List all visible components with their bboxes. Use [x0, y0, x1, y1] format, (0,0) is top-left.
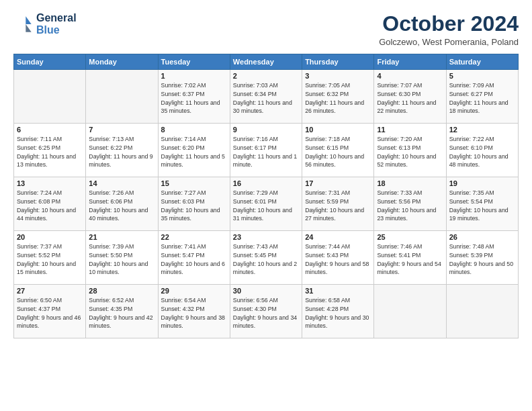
day-number: 23 [233, 233, 299, 241]
weekday-header-row: SundayMondayTuesdayWednesdayThursdayFrid… [14, 54, 519, 70]
day-number: 9 [233, 126, 299, 134]
logo-line2: Blue [36, 24, 77, 36]
day-info: Sunrise: 7:22 AMSunset: 6:10 PMDaylight:… [449, 135, 515, 169]
calendar-cell: 4Sunrise: 7:07 AMSunset: 6:30 PMDaylight… [374, 70, 446, 124]
calendar-cell: 5Sunrise: 7:09 AMSunset: 6:27 PMDaylight… [446, 70, 518, 124]
calendar-cell [374, 285, 446, 338]
day-info: Sunrise: 7:05 AMSunset: 6:32 PMDaylight:… [305, 81, 371, 116]
calendar-cell: 29Sunrise: 6:54 AMSunset: 4:32 PMDayligh… [158, 285, 230, 338]
day-number: 21 [89, 233, 154, 241]
calendar-cell: 8Sunrise: 7:14 AMSunset: 6:20 PMDaylight… [158, 124, 230, 177]
day-info: Sunrise: 7:07 AMSunset: 6:30 PMDaylight:… [377, 81, 443, 116]
day-info: Sunrise: 7:29 AMSunset: 6:01 PMDaylight:… [233, 189, 299, 223]
day-info: Sunrise: 7:03 AMSunset: 6:34 PMDaylight:… [233, 81, 299, 116]
calendar-cell: 30Sunrise: 6:56 AMSunset: 4:30 PMDayligh… [230, 285, 302, 338]
weekday-header: Tuesday [158, 54, 230, 70]
calendar-cell: 3Sunrise: 7:05 AMSunset: 6:32 PMDaylight… [302, 70, 374, 124]
day-number: 11 [377, 126, 443, 134]
calendar-cell: 2Sunrise: 7:03 AMSunset: 6:34 PMDaylight… [230, 70, 302, 124]
day-number: 25 [377, 233, 443, 241]
weekday-header: Monday [86, 54, 158, 70]
svg-marker-0 [26, 16, 31, 24]
calendar-cell: 14Sunrise: 7:26 AMSunset: 6:06 PMDayligh… [86, 177, 158, 231]
day-number: 12 [449, 126, 515, 134]
calendar-cell: 12Sunrise: 7:22 AMSunset: 6:10 PMDayligh… [446, 124, 518, 177]
day-number: 10 [305, 126, 371, 134]
calendar-cell: 26Sunrise: 7:48 AMSunset: 5:39 PMDayligh… [446, 231, 518, 285]
day-number: 17 [305, 179, 371, 187]
day-number: 31 [305, 287, 371, 295]
calendar-week-row: 20Sunrise: 7:37 AMSunset: 5:52 PMDayligh… [14, 231, 519, 285]
day-number: 5 [449, 72, 515, 80]
day-number: 30 [233, 287, 299, 295]
calendar-cell: 17Sunrise: 7:31 AMSunset: 5:59 PMDayligh… [302, 177, 374, 231]
logo-text: General Blue [36, 12, 77, 36]
day-number: 4 [377, 72, 443, 80]
day-number: 24 [305, 233, 371, 241]
day-number: 6 [17, 126, 83, 134]
day-info: Sunrise: 7:43 AMSunset: 5:45 PMDaylight:… [233, 242, 299, 277]
day-info: Sunrise: 6:50 AMSunset: 4:37 PMDaylight:… [17, 296, 83, 330]
day-info: Sunrise: 6:54 AMSunset: 4:32 PMDaylight:… [161, 296, 227, 330]
calendar-week-row: 13Sunrise: 7:24 AMSunset: 6:08 PMDayligh… [14, 177, 519, 231]
day-info: Sunrise: 6:58 AMSunset: 4:28 PMDaylight:… [305, 296, 371, 330]
calendar-cell: 24Sunrise: 7:44 AMSunset: 5:43 PMDayligh… [302, 231, 374, 285]
calendar-week-row: 27Sunrise: 6:50 AMSunset: 4:37 PMDayligh… [14, 285, 519, 338]
weekday-header: Wednesday [230, 54, 302, 70]
subtitle: Golczewo, West Pomerania, Poland [379, 37, 519, 47]
day-number: 22 [161, 233, 227, 241]
day-number: 18 [377, 179, 443, 187]
day-number: 29 [161, 287, 227, 295]
day-info: Sunrise: 7:14 AMSunset: 6:20 PMDaylight:… [161, 135, 227, 169]
calendar-cell: 19Sunrise: 7:35 AMSunset: 5:54 PMDayligh… [446, 177, 518, 231]
day-number: 19 [449, 179, 515, 187]
day-info: Sunrise: 7:35 AMSunset: 5:54 PMDaylight:… [449, 189, 515, 223]
day-info: Sunrise: 7:39 AMSunset: 5:50 PMDaylight:… [89, 242, 154, 277]
weekday-header: Sunday [14, 54, 86, 70]
logo-line1: General [36, 12, 77, 24]
calendar-cell: 25Sunrise: 7:46 AMSunset: 5:41 PMDayligh… [374, 231, 446, 285]
day-info: Sunrise: 7:18 AMSunset: 6:15 PMDaylight:… [305, 135, 371, 169]
calendar-table: SundayMondayTuesdayWednesdayThursdayFrid… [13, 54, 519, 338]
calendar-cell: 1Sunrise: 7:02 AMSunset: 6:37 PMDaylight… [158, 70, 230, 124]
calendar-cell [86, 70, 158, 124]
header: General Blue October 2024 Golczewo, West… [13, 12, 519, 47]
calendar-cell [446, 285, 518, 338]
day-number: 3 [305, 72, 371, 80]
day-number: 16 [233, 179, 299, 187]
day-info: Sunrise: 7:27 AMSunset: 6:03 PMDaylight:… [161, 189, 227, 223]
day-info: Sunrise: 7:13 AMSunset: 6:22 PMDaylight:… [89, 135, 154, 169]
day-number: 7 [89, 126, 154, 134]
calendar-cell: 16Sunrise: 7:29 AMSunset: 6:01 PMDayligh… [230, 177, 302, 231]
day-info: Sunrise: 7:41 AMSunset: 5:47 PMDaylight:… [161, 242, 227, 277]
calendar-cell: 23Sunrise: 7:43 AMSunset: 5:45 PMDayligh… [230, 231, 302, 285]
day-info: Sunrise: 7:09 AMSunset: 6:27 PMDaylight:… [449, 81, 515, 116]
calendar-cell: 18Sunrise: 7:33 AMSunset: 5:56 PMDayligh… [374, 177, 446, 231]
calendar-week-row: 1Sunrise: 7:02 AMSunset: 6:37 PMDaylight… [14, 70, 519, 124]
calendar-cell: 21Sunrise: 7:39 AMSunset: 5:50 PMDayligh… [86, 231, 158, 285]
weekday-header: Friday [374, 54, 446, 70]
day-info: Sunrise: 7:44 AMSunset: 5:43 PMDaylight:… [305, 242, 371, 277]
day-info: Sunrise: 7:11 AMSunset: 6:25 PMDaylight:… [17, 135, 83, 169]
calendar-cell: 31Sunrise: 6:58 AMSunset: 4:28 PMDayligh… [302, 285, 374, 338]
day-info: Sunrise: 7:31 AMSunset: 5:59 PMDaylight:… [305, 189, 371, 223]
calendar-cell: 6Sunrise: 7:11 AMSunset: 6:25 PMDaylight… [14, 124, 86, 177]
day-number: 26 [449, 233, 515, 241]
calendar-cell: 20Sunrise: 7:37 AMSunset: 5:52 PMDayligh… [14, 231, 86, 285]
logo: General Blue [13, 12, 77, 36]
day-number: 15 [161, 179, 227, 187]
day-number: 1 [161, 72, 227, 80]
calendar-page: General Blue October 2024 Golczewo, West… [0, 0, 532, 411]
calendar-cell: 13Sunrise: 7:24 AMSunset: 6:08 PMDayligh… [14, 177, 86, 231]
calendar-week-row: 6Sunrise: 7:11 AMSunset: 6:25 PMDaylight… [14, 124, 519, 177]
day-number: 27 [17, 287, 83, 295]
day-info: Sunrise: 6:56 AMSunset: 4:30 PMDaylight:… [233, 296, 299, 330]
day-info: Sunrise: 7:20 AMSunset: 6:13 PMDaylight:… [377, 135, 443, 169]
calendar-cell: 22Sunrise: 7:41 AMSunset: 5:47 PMDayligh… [158, 231, 230, 285]
calendar-cell [14, 70, 86, 124]
day-number: 20 [17, 233, 83, 241]
day-number: 2 [233, 72, 299, 80]
day-info: Sunrise: 7:48 AMSunset: 5:39 PMDaylight:… [449, 242, 515, 277]
day-number: 14 [89, 179, 154, 187]
weekday-header: Thursday [302, 54, 374, 70]
